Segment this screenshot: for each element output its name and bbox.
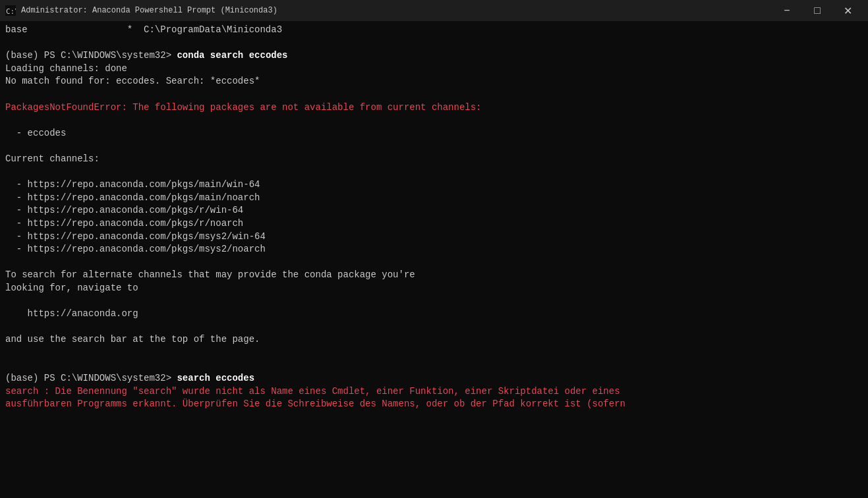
line-eccodes: - eccodes	[5, 127, 863, 140]
line-blank-7	[5, 294, 863, 308]
line-blank-2	[5, 88, 863, 101]
prompt-2: (base) PS C:\WINDOWS\system32>	[5, 373, 177, 383]
line-blank-6	[5, 256, 863, 269]
line-blank-3	[5, 114, 863, 127]
line-ch4: - https://repo.anaconda.com/pkgs/r/noarc…	[5, 217, 863, 231]
line-ch2: - https://repo.anaconda.com/pkgs/main/no…	[5, 192, 863, 205]
cmd-1: conda search eccodes	[177, 50, 287, 61]
close-button[interactable]: ✕	[832, 0, 863, 21]
window-controls: − □ ✕	[772, 0, 863, 21]
line-current-channels: Current channels:	[5, 153, 863, 166]
terminal-icon: C:\	[5, 5, 16, 16]
line-error-1: search : Die Benennung "search" wurde ni…	[5, 385, 863, 399]
line-loading: Loading channels: done	[5, 63, 863, 76]
line-blank-8	[5, 321, 863, 334]
line-blank-1	[5, 37, 863, 50]
line-search-bar: and use the search bar at the top of the…	[5, 333, 863, 346]
svg-text:C:\: C:\	[6, 7, 16, 16]
line-error-2: ausführbaren Programms erkannt. Überprüf…	[5, 398, 863, 411]
cmd-2: search eccodes	[177, 373, 254, 383]
line-ch5: - https://repo.anaconda.com/pkgs/msys2/w…	[5, 231, 863, 244]
title-bar: C:\ Administrator: Anaconda Powershell P…	[0, 0, 868, 21]
line-nomatch: No match found for: eccodes. Search: *ec…	[5, 75, 863, 88]
line-search-info-2: looking for, navigate to	[5, 282, 863, 295]
minimize-button[interactable]: −	[772, 0, 802, 21]
line-blank-4	[5, 140, 863, 153]
terminal-window: C:\ Administrator: Anaconda Powershell P…	[0, 0, 868, 498]
line-1: base * C:\ProgramData\Miniconda3	[5, 24, 863, 37]
line-blank-5	[5, 166, 863, 179]
line-ch6: - https://repo.anaconda.com/pkgs/msys2/n…	[5, 243, 863, 256]
line-ch3: - https://repo.anaconda.com/pkgs/r/win-6…	[5, 204, 863, 217]
line-cmd-1: (base) PS C:\WINDOWS\system32> conda sea…	[5, 49, 863, 63]
line-ch1: - https://repo.anaconda.com/pkgs/main/wi…	[5, 179, 863, 192]
line-cmd-2: (base) PS C:\WINDOWS\system32> search ec…	[5, 372, 863, 385]
line-blank-9	[5, 346, 863, 360]
terminal-body[interactable]: base * C:\ProgramData\Miniconda3 (base) …	[0, 21, 868, 498]
line-search-info-1: To search for alternate channels that ma…	[5, 269, 863, 282]
prompt-1: (base) PS C:\WINDOWS\system32>	[5, 50, 177, 61]
window-title: Administrator: Anaconda Powershell Promp…	[21, 6, 772, 15]
line-blank-10	[5, 359, 863, 372]
line-url: https://anaconda.org	[5, 308, 863, 321]
maximize-button[interactable]: □	[802, 0, 832, 21]
line-error-header: PackagesNotFoundError: The following pac…	[5, 101, 863, 115]
